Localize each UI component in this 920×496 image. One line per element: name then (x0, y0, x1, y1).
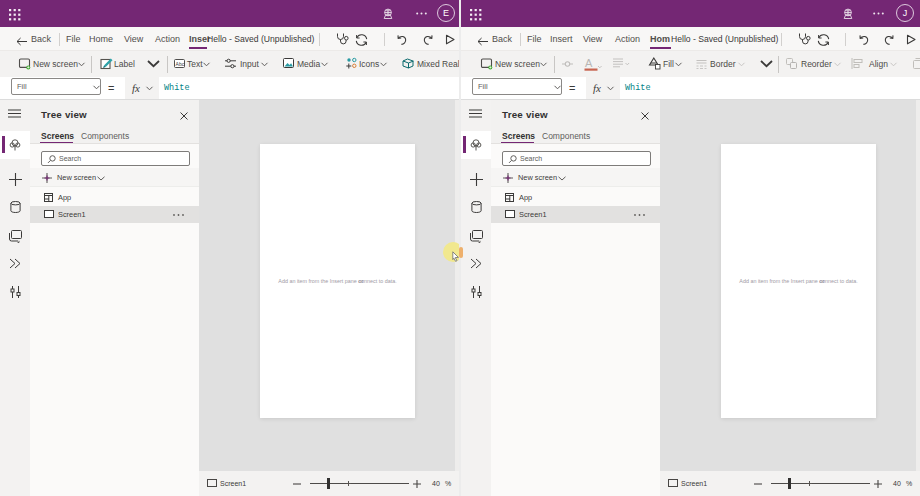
svg-text:Abc: Abc (176, 61, 185, 67)
svg-text:A: A (585, 57, 593, 69)
